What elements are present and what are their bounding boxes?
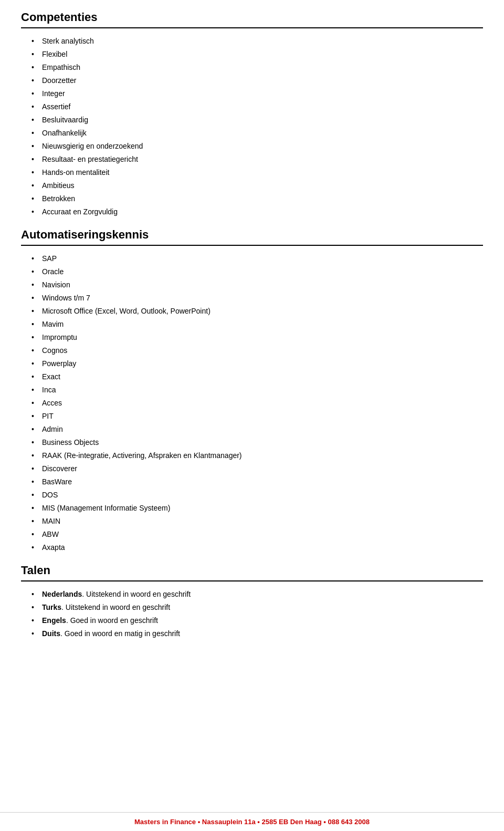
list-item: BasWare: [32, 476, 483, 487]
list-item: Assertief: [32, 101, 483, 112]
list-item: Integer: [32, 88, 483, 99]
talen-section: Talen Nederlands. Uitstekend in woord en…: [21, 564, 483, 639]
list-item: Navision: [32, 279, 483, 290]
list-item: Nederlands. Uitstekend in woord en gesch…: [32, 589, 483, 600]
list-item: Onafhankelijk: [32, 128, 483, 139]
list-item: Ambitieus: [32, 180, 483, 191]
list-item: Acces: [32, 398, 483, 409]
list-item: Cognos: [32, 345, 483, 356]
list-item: Engels. Goed in woord en geschrift: [32, 615, 483, 626]
list-item: Doorzetter: [32, 75, 483, 86]
footer-text: Masters in Finance • Nassauplein 11a • 2…: [21, 818, 483, 826]
list-item: Resultaat- en prestatiegericht: [32, 154, 483, 165]
list-item: Windows t/m 7: [32, 293, 483, 304]
language-name: Duits: [42, 629, 60, 638]
list-item: Exact: [32, 371, 483, 382]
list-item: MAIN: [32, 516, 483, 527]
language-name: Engels: [42, 616, 66, 625]
list-item: Betrokken: [32, 193, 483, 204]
list-item: Empathisch: [32, 62, 483, 73]
list-item: Powerplay: [32, 358, 483, 369]
list-item: Besluitvaardig: [32, 115, 483, 126]
list-item: DOS: [32, 490, 483, 501]
list-item: Inca: [32, 385, 483, 396]
list-item: Microsoft Office (Excel, Word, Outlook, …: [32, 306, 483, 317]
language-desc: . Uitstekend in woord en geschrift: [61, 603, 170, 611]
talen-title: Talen: [21, 564, 483, 581]
list-item: Axapta: [32, 542, 483, 553]
talen-list: Nederlands. Uitstekend in woord en gesch…: [32, 589, 483, 639]
list-item: SAP: [32, 253, 483, 264]
list-item: Accuraat en Zorgvuldig: [32, 206, 483, 217]
list-item: Duits. Goed in woord en matig in geschri…: [32, 628, 483, 639]
list-item: Discoverer: [32, 463, 483, 474]
automatiseringskennis-list: SAPOracleNavisionWindows t/m 7Microsoft …: [32, 253, 483, 553]
automatiseringskennis-title: Automatiseringskennis: [21, 228, 483, 246]
language-name: Turks: [42, 603, 61, 611]
list-item: Turks. Uitstekend in woord en geschrift: [32, 602, 483, 613]
list-item: Impromptu: [32, 332, 483, 343]
footer: Masters in Finance • Nassauplein 11a • 2…: [0, 812, 504, 831]
list-item: Flexibel: [32, 49, 483, 60]
competenties-list: Sterk analytischFlexibelEmpathischDoorze…: [32, 36, 483, 217]
list-item: Oracle: [32, 266, 483, 277]
language-desc: . Goed in woord en matig in geschrift: [60, 629, 180, 638]
list-item: Sterk analytisch: [32, 36, 483, 47]
language-name: Nederlands: [42, 590, 82, 598]
competenties-section: Competenties Sterk analytischFlexibelEmp…: [21, 11, 483, 217]
automatiseringskennis-section: Automatiseringskennis SAPOracleNavisionW…: [21, 228, 483, 553]
list-item: MIS (Management Informatie Systeem): [32, 503, 483, 514]
list-item: Hands-on mentaliteit: [32, 167, 483, 178]
list-item: ABW: [32, 529, 483, 540]
list-item: RAAK (Re-integratie, Activering, Afsprak…: [32, 450, 483, 461]
language-desc: . Goed in woord en geschrift: [66, 616, 158, 625]
list-item: Admin: [32, 424, 483, 435]
list-item: Business Objects: [32, 437, 483, 448]
list-item: Nieuwsgierig en onderzoekend: [32, 141, 483, 152]
list-item: PIT: [32, 411, 483, 422]
list-item: Mavim: [32, 319, 483, 330]
competenties-title: Competenties: [21, 11, 483, 28]
language-desc: . Uitstekend in woord en geschrift: [82, 590, 191, 598]
